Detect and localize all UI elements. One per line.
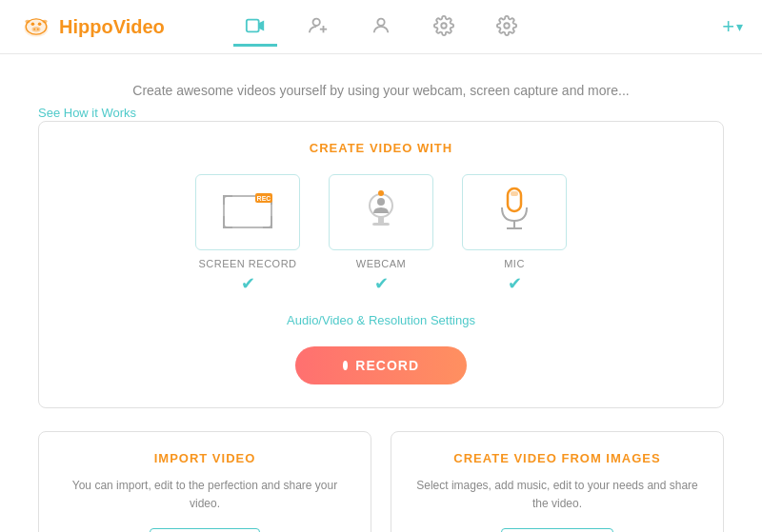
svg-point-4 [32,27,41,31]
logo-text: HippoVideo [59,16,165,38]
svg-point-5 [33,29,35,30]
create-images-desc: Select images, add music, edit to your n… [411,477,704,513]
hippo-logo-icon [19,10,53,44]
svg-point-6 [37,29,39,30]
person-add-icon [308,15,329,36]
record-label: RECORD [355,358,419,373]
screen-record-check: ✔ [241,273,255,294]
gear-icon [433,15,454,36]
svg-point-24 [378,190,384,196]
record-button[interactable]: RECORD [295,346,467,384]
nav-person[interactable] [359,8,403,47]
svg-point-7 [25,20,30,24]
import-video-card: IMPORT VIDEO You can import, edit to the… [38,431,371,532]
bottom-cards: IMPORT VIDEO You can import, edit to the… [38,431,724,532]
nav-video[interactable] [233,8,277,47]
create-video-title: CREATE VIDEO WITH [68,141,694,155]
webcam-check: ✔ [374,273,389,294]
svg-point-2 [31,23,35,27]
svg-point-3 [38,23,42,27]
svg-point-14 [377,18,384,25]
svg-point-15 [441,23,447,29]
gear2-icon [496,15,517,36]
nav-settings2[interactable] [485,8,529,47]
header: HippoVideo [0,0,762,54]
record-dot [343,361,348,370]
screen-record-icon: REC [219,191,276,234]
nav-person-add[interactable] [296,8,340,47]
screen-record-box[interactable]: REC [195,174,300,250]
svg-rect-9 [247,19,259,31]
see-how-link[interactable]: See How it Works [38,106,136,120]
recording-options: REC SCREEN RECORD ✔ [68,174,694,294]
screen-record-option[interactable]: REC SCREEN RECORD ✔ [195,174,300,294]
main-nav [233,8,529,47]
mic-box[interactable] [462,174,567,250]
svg-text:REC: REC [257,195,271,202]
webcam-option[interactable]: WEBCAM ✔ [329,174,433,294]
svg-point-8 [42,20,47,24]
webcam-icon [357,188,405,236]
person-icon [371,15,391,36]
screen-record-label: SCREEN RECORD [198,258,296,269]
create-video-button[interactable]: Create Video [501,528,613,532]
video-icon [245,15,266,36]
create-images-title: CREATE VIDEO FROM IMAGES [411,451,704,465]
svg-rect-22 [378,217,384,223]
import-video-button[interactable]: Import Video [150,528,259,532]
webcam-box[interactable] [329,174,433,250]
svg-rect-26 [511,191,518,196]
svg-point-16 [504,23,510,29]
mic-icon [495,187,533,239]
add-button[interactable]: + ▾ [722,14,743,39]
import-video-desc: You can import, edit to the perfection a… [58,477,351,513]
mic-option[interactable]: MIC ✔ [462,174,567,294]
logo: HippoVideo [19,10,165,44]
create-video-card: CREATE VIDEO WITH R [38,121,724,408]
settings-link[interactable]: Audio/Video & Resolution Settings [68,313,694,327]
import-video-title: IMPORT VIDEO [58,451,351,465]
webcam-label: WEBCAM [356,258,407,269]
svg-rect-23 [372,223,390,226]
mic-label: MIC [504,258,525,269]
nav-settings1[interactable] [422,8,466,47]
mic-check: ✔ [508,273,522,294]
svg-point-11 [313,18,320,25]
svg-point-21 [377,198,385,206]
create-images-card: CREATE VIDEO FROM IMAGES Select images, … [391,431,724,532]
subtitle: Create awesome videos yourself by using … [38,83,724,98]
main-content: Create awesome videos yourself by using … [0,54,762,532]
